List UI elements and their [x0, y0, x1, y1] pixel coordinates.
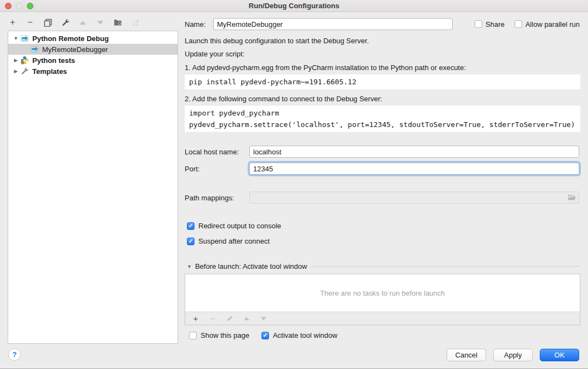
- port-input[interactable]: [249, 163, 579, 175]
- add-icon[interactable]: +: [8, 18, 18, 27]
- page-options-row: Show this page Activate tool window: [189, 331, 580, 339]
- new-folder-icon[interactable]: [113, 18, 123, 27]
- tree-item-python-tests[interactable]: ▶ Python tests: [8, 55, 178, 66]
- pip-install-snippet: pip install pydevd-pycharm~=191.6605.12: [185, 74, 580, 89]
- title-bar: Run/Debug Configurations: [0, 0, 588, 12]
- add-icon[interactable]: +: [191, 314, 201, 324]
- minimize-button: [16, 3, 22, 9]
- redirect-output-label: Redirect output to console: [198, 222, 281, 230]
- copy-icon[interactable]: [43, 18, 53, 27]
- redirect-output-option[interactable]: Redirect output to console: [187, 222, 580, 230]
- move-down-icon[interactable]: [259, 314, 269, 324]
- before-launch-tasks-panel: There are no tasks to run before launch …: [185, 274, 580, 325]
- remote-debug-icon: [30, 45, 39, 54]
- local-host-name-input[interactable]: [249, 146, 579, 158]
- suspend-after-connect-checkbox[interactable]: [187, 238, 195, 245]
- section-divider: [311, 266, 580, 267]
- before-launch-header[interactable]: ▼ Before launch: Activate tool window: [187, 262, 580, 270]
- wrench-icon: [20, 67, 29, 76]
- tree-item-label: Templates: [32, 67, 67, 76]
- edit-defaults-icon[interactable]: [60, 18, 70, 27]
- move-up-icon[interactable]: [242, 314, 252, 324]
- remote-debug-icon: [20, 34, 29, 43]
- port-label: Port:: [185, 165, 249, 173]
- path-mappings-label: Path mappings:: [185, 194, 249, 202]
- dialog-footer: ? Cancel Apply OK: [0, 343, 588, 368]
- help-button[interactable]: ?: [8, 348, 21, 361]
- tree-item-label: Python tests: [32, 56, 75, 65]
- configurations-tree: ▼ Python Remote Debug MyRemoteDebugger ▶…: [8, 31, 178, 344]
- tree-item-python-remote-debug[interactable]: ▼ Python Remote Debug: [8, 33, 178, 44]
- configuration-form: Name: Share Allow parallel run Launch th…: [185, 12, 580, 339]
- run-debug-configurations-dialog: Run/Debug Configurations + − ↓az ▼ Pytho…: [0, 0, 588, 369]
- chevron-right-icon[interactable]: ▶: [12, 68, 20, 74]
- instruction-line-2: Update your script:: [185, 50, 580, 58]
- name-row: Name: Share Allow parallel run: [185, 18, 580, 30]
- zoom-button[interactable]: [27, 3, 33, 9]
- tasks-toolbar: + −: [185, 312, 580, 325]
- tasks-empty-message: There are no tasks to run before launch: [185, 274, 580, 312]
- instruction-step-2: 2. Add the following command to connect …: [185, 95, 580, 103]
- move-down-icon[interactable]: [95, 18, 105, 27]
- redirect-output-checkbox[interactable]: [187, 222, 195, 230]
- ok-button[interactable]: OK: [540, 349, 579, 361]
- share-label: Share: [486, 20, 505, 28]
- configurations-toolbar: + − ↓az: [8, 15, 140, 30]
- share-checkbox[interactable]: [475, 20, 482, 28]
- show-this-page-label: Show this page: [201, 331, 249, 339]
- apply-button[interactable]: Apply: [493, 349, 533, 361]
- activate-tool-window-checkbox[interactable]: [261, 332, 269, 339]
- suspend-after-connect-label: Suspend after connect: [198, 237, 270, 245]
- close-button[interactable]: [5, 3, 12, 9]
- browse-folder-icon[interactable]: [568, 193, 576, 202]
- local-host-row: Local host name:: [185, 146, 580, 158]
- port-row: Port:: [185, 163, 580, 175]
- before-launch-title: Before launch: Activate tool window: [195, 262, 307, 270]
- edit-icon[interactable]: [225, 314, 235, 324]
- name-input[interactable]: [213, 18, 453, 30]
- tree-item-label: MyRemoteDebugger: [42, 45, 108, 54]
- remove-icon[interactable]: −: [25, 18, 35, 27]
- tree-item-myremotedebugger[interactable]: MyRemoteDebugger: [8, 44, 178, 55]
- local-host-name-label: Local host name:: [185, 148, 249, 156]
- sort-alpha-icon[interactable]: ↓az: [130, 18, 140, 27]
- settrace-snippet: import pydevd_pycharm pydevd_pycharm.set…: [185, 106, 580, 132]
- tree-item-label: Python Remote Debug: [32, 34, 109, 43]
- activate-tool-window-label: Activate tool window: [273, 331, 338, 339]
- share-option[interactable]: Share: [475, 20, 505, 28]
- move-up-icon[interactable]: [78, 18, 88, 27]
- allow-parallel-run-checkbox[interactable]: [515, 20, 522, 28]
- instruction-step-1: 1. Add pydevd-pycharm.egg from the PyCha…: [185, 64, 580, 72]
- chevron-right-icon[interactable]: ▶: [12, 57, 20, 63]
- allow-parallel-run-label: Allow parallel run: [526, 20, 580, 28]
- allow-parallel-run-option[interactable]: Allow parallel run: [515, 20, 580, 28]
- python-tests-icon: [20, 56, 29, 65]
- path-mappings-input[interactable]: [249, 192, 579, 204]
- settrace-snippet-line-2: pydevd_pycharm.settrace('localhost', por…: [189, 120, 575, 129]
- activate-tool-window-option[interactable]: Activate tool window: [261, 331, 338, 339]
- cancel-button[interactable]: Cancel: [447, 349, 486, 361]
- suspend-after-connect-option[interactable]: Suspend after connect: [187, 237, 580, 245]
- chevron-down-icon[interactable]: ▼: [12, 36, 20, 41]
- instruction-line-1: Launch this debug configuration to start…: [185, 37, 580, 45]
- window-title: Run/Debug Configurations: [0, 2, 588, 10]
- chevron-down-icon[interactable]: ▼: [187, 264, 192, 269]
- tree-item-templates[interactable]: ▶ Templates: [8, 66, 178, 77]
- name-label: Name:: [185, 20, 213, 28]
- settrace-snippet-line-1: import pydevd_pycharm: [189, 109, 279, 117]
- show-this-page-option[interactable]: Show this page: [189, 331, 249, 339]
- remove-icon[interactable]: −: [208, 314, 218, 324]
- path-mappings-row: Path mappings:: [185, 192, 580, 204]
- show-this-page-checkbox[interactable]: [189, 332, 197, 339]
- footer-buttons: Cancel Apply OK: [447, 349, 579, 361]
